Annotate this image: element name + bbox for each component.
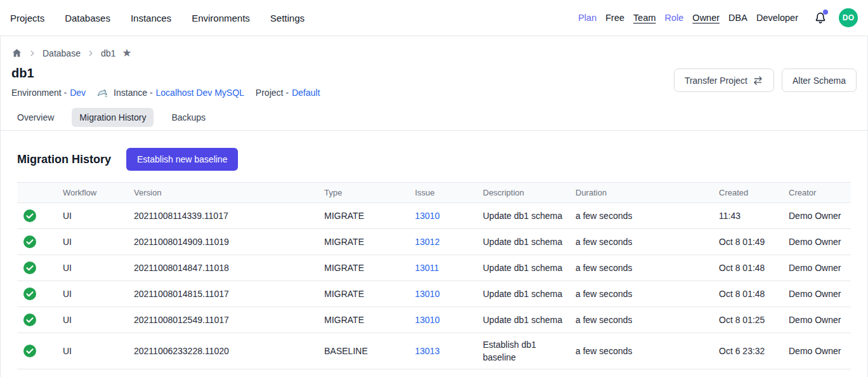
cell-version: 20211006233228.11020 <box>134 340 324 362</box>
cell-creator: Demo Owner <box>789 340 851 362</box>
cell-version: 20211008012549.11017 <box>134 308 324 331</box>
migration-history-table: Workflow Version Type Issue Description … <box>17 182 851 369</box>
environment-group: Environment - Dev <box>11 88 86 98</box>
success-status-icon <box>17 281 63 307</box>
issue-link[interactable]: 13010 <box>415 209 440 222</box>
notification-dot <box>823 10 828 15</box>
mysql-icon <box>97 88 109 98</box>
success-status-icon <box>17 203 63 228</box>
cell-workflow: UI <box>63 204 134 227</box>
table-row[interactable]: UI 20211008114339.11017 MIGRATE 13010 Up… <box>17 203 851 229</box>
favorite-star-icon[interactable]: ★ <box>122 48 131 58</box>
nav-link-databases[interactable]: Databases <box>65 13 110 23</box>
header-workflow: Workflow <box>63 187 134 199</box>
user-avatar[interactable]: DO <box>839 8 858 27</box>
page-actions: Transfer Project Alter Schema <box>674 69 857 92</box>
cell-creator: Demo Owner <box>789 230 851 253</box>
issue-link[interactable]: 13012 <box>415 235 440 248</box>
issue-link[interactable]: 13010 <box>415 288 440 300</box>
plan-value: Free <box>605 13 624 23</box>
transfer-project-button[interactable]: Transfer Project <box>674 69 774 92</box>
breadcrumb-database[interactable]: Database <box>43 48 81 58</box>
cell-description: Establish db1 baseline <box>483 333 575 369</box>
table-header-row: Workflow Version Type Issue Description … <box>17 182 851 203</box>
section-title: Migration History <box>17 153 111 166</box>
environment-link[interactable]: Dev <box>70 88 86 98</box>
title-row: db1 Environment - Dev Instance - <box>11 66 857 98</box>
cell-duration: a few seconds <box>575 340 719 362</box>
plan-team-link[interactable]: Team <box>633 13 655 23</box>
notification-bell-button[interactable] <box>813 11 827 25</box>
header-duration: Duration <box>575 187 719 199</box>
issue-link[interactable]: 13010 <box>415 314 440 326</box>
cell-created: Oct 6 23:32 <box>719 340 789 362</box>
success-status-icon <box>17 255 63 281</box>
migration-history-section: Migration History Establish new baseline… <box>1 148 867 369</box>
cell-creator: Demo Owner <box>789 256 851 279</box>
nav-link-instances[interactable]: Instances <box>131 13 171 23</box>
cell-version: 20211008014909.11019 <box>134 230 324 253</box>
chevron-right-icon <box>29 50 36 57</box>
cell-version: 20211008114339.11017 <box>134 204 324 227</box>
cell-description: Update db1 schema <box>483 204 575 227</box>
cell-creator: Demo Owner <box>789 308 851 331</box>
nav-link-projects[interactable]: Projects <box>10 13 44 23</box>
header-issue: Issue <box>415 187 483 199</box>
table-row[interactable]: UI 20211008014909.11019 MIGRATE 13012 Up… <box>17 229 851 255</box>
header-version: Version <box>134 187 324 199</box>
cell-duration: a few seconds <box>575 230 719 253</box>
cell-type: MIGRATE <box>324 230 415 253</box>
instance-group: Instance - Localhost Dev MySQL <box>114 88 244 98</box>
cell-created: Oct 8 01:49 <box>719 230 789 253</box>
tab-backups[interactable]: Backups <box>164 108 213 127</box>
cell-workflow: UI <box>63 282 134 305</box>
transfer-project-label: Transfer Project <box>685 76 747 86</box>
cell-description: Update db1 schema <box>483 282 575 305</box>
issue-link[interactable]: 13013 <box>415 345 440 357</box>
project-link[interactable]: Default <box>292 88 320 98</box>
table-row[interactable]: UI 20211008014815.11017 MIGRATE 13010 Up… <box>17 281 851 307</box>
cell-workflow: UI <box>63 340 134 362</box>
project-group: Project - Default <box>256 88 320 98</box>
table-row[interactable]: UI 20211008014847.11018 MIGRATE 13011 Up… <box>17 255 851 281</box>
cell-version: 20211008014815.11017 <box>134 282 324 305</box>
database-meta-row: Environment - Dev Instance - Localhost D… <box>11 88 327 98</box>
cell-created: Oct 8 01:48 <box>719 282 789 305</box>
cell-created: 11:43 <box>719 204 789 227</box>
instance-label: Instance - <box>114 88 152 98</box>
tab-migration-history[interactable]: Migration History <box>72 108 154 127</box>
main-content: Database db1 ★ db1 Environment - Dev <box>0 36 868 377</box>
page-title: db1 <box>11 66 327 81</box>
project-label: Project - <box>256 88 289 98</box>
tab-overview[interactable]: Overview <box>10 108 62 127</box>
home-icon[interactable] <box>11 48 22 58</box>
cell-description: Update db1 schema <box>483 230 575 253</box>
role-label: Role <box>665 13 684 23</box>
top-nav: Projects Databases Instances Environment… <box>0 0 868 36</box>
success-status-icon <box>17 229 63 255</box>
cell-type: BASELINE <box>324 340 415 362</box>
table-row[interactable]: UI 20211006233228.11020 BASELINE 13013 E… <box>17 333 851 369</box>
nav-link-environments[interactable]: Environments <box>192 13 250 23</box>
breadcrumb-db1[interactable]: db1 <box>101 48 115 58</box>
cell-created: Oct 8 01:48 <box>719 256 789 279</box>
cell-duration: a few seconds <box>575 256 719 279</box>
nav-right: Plan Free Team Role Owner DBA Developer … <box>578 8 858 27</box>
header-created: Created <box>719 187 789 199</box>
table-row[interactable]: UI 20211008012549.11017 MIGRATE 13010 Up… <box>17 307 851 333</box>
nav-link-settings[interactable]: Settings <box>270 13 305 23</box>
instance-link[interactable]: Localhost Dev MySQL <box>156 88 244 98</box>
chevron-right-icon <box>87 50 95 57</box>
establish-new-baseline-button[interactable]: Establish new baseline <box>126 148 238 171</box>
alter-schema-button[interactable]: Alter Schema <box>782 69 857 92</box>
cell-workflow: UI <box>63 256 134 279</box>
table-body: UI 20211008114339.11017 MIGRATE 13010 Up… <box>17 203 851 369</box>
success-status-icon <box>17 338 63 364</box>
environment-label: Environment - <box>11 88 67 98</box>
breadcrumb: Database db1 ★ <box>11 36 857 58</box>
role-developer-link[interactable]: Developer <box>756 13 798 23</box>
role-dba-link[interactable]: DBA <box>728 13 747 23</box>
nav-left: Projects Databases Instances Environment… <box>10 13 305 23</box>
role-owner-link[interactable]: Owner <box>692 13 720 23</box>
issue-link[interactable]: 13011 <box>415 261 439 274</box>
